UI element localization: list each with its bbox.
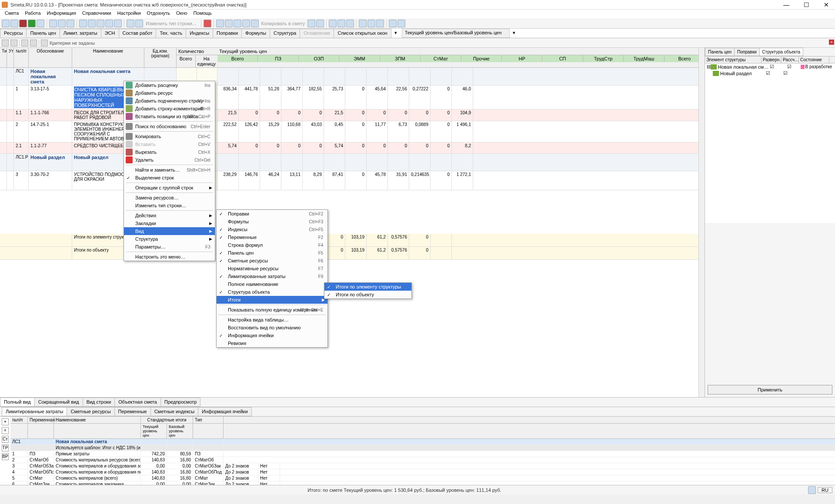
menu-item[interactable]: Поиск по обоснованиюCtrl+Enter [124, 123, 215, 130]
col-header-qty[interactable]: КоличествоВсегоНа единицу [177, 48, 217, 67]
toolbar-button[interactable] [105, 20, 113, 27]
toolbar-button[interactable] [376, 20, 384, 27]
tab-10[interactable]: Оглавление [300, 29, 334, 38]
totals-row[interactable]: 3СтМатОбЗакСтоимость материалов и оборуд… [10, 463, 835, 469]
toolbar-button[interactable] [359, 20, 367, 27]
table-row[interactable]: 33.30-70-2УСТРОЙСТВО ПОДМОСТЕЙ ДЛЯ ОКРАС… [0, 171, 705, 190]
toolbar-button[interactable] [389, 20, 397, 27]
tab-8[interactable]: Формулы [241, 29, 270, 38]
tree-col-header[interactable]: Состояние [799, 56, 829, 63]
bottom-tab[interactable]: Объектная смета [114, 398, 161, 407]
toolbar-button[interactable] [88, 20, 96, 27]
menu-item[interactable]: Добавить расценкуIns [124, 81, 215, 89]
tree-node[interactable]: Новый раздел☑☑ [705, 70, 835, 76]
menu-item[interactable]: ✓Выделение строк [124, 174, 215, 182]
filter-button[interactable] [10, 40, 17, 46]
col-header[interactable]: Ед.изм. (краткая) [144, 48, 177, 67]
menu-item[interactable]: ВырезатьCtrl+X [124, 148, 215, 156]
menu-item[interactable]: ✓Информация ячейки [217, 332, 327, 339]
lower-side-button[interactable]: + [2, 418, 9, 425]
menu-item[interactable]: Изменить тип строки… [124, 202, 215, 209]
toolbar-button[interactable] [19, 20, 27, 27]
toolbar-button[interactable] [242, 20, 250, 27]
lower-side-button[interactable]: Ст [2, 436, 9, 443]
bottom-tab[interactable]: Предпросмотр [160, 398, 201, 407]
tab-11[interactable]: Список открытых окон [334, 29, 391, 38]
panel-close-icon[interactable]: × [829, 40, 834, 45]
menu-item[interactable]: Настроить это меню… [124, 253, 215, 261]
tab-3[interactable]: ЭСН [101, 29, 119, 38]
tree-col-header[interactable]: Рассч… [782, 56, 799, 63]
toolbar-button[interactable] [225, 20, 233, 27]
lower-side-button[interactable]: × [2, 427, 9, 434]
right-tab[interactable]: Структура объекта [759, 48, 804, 56]
menu-Помощь[interactable]: Помощь [190, 10, 215, 18]
tab-5[interactable]: Тех. часть [156, 29, 186, 38]
table-row[interactable]: ЛС1Новая локальная сметаНовая локальная … [0, 68, 705, 86]
menu-item[interactable]: Параметры…F3 [124, 243, 215, 251]
menu-Смета[interactable]: Смета [2, 10, 22, 18]
menu-item[interactable]: Добавить ресурс [124, 89, 215, 97]
toolbar-button[interactable] [127, 20, 134, 27]
totals-row[interactable]: ЛС1Новая локальная смета [10, 439, 835, 445]
toolbar-button[interactable] [28, 20, 36, 27]
menu-item[interactable]: ФормулыCtrl+F3 [217, 218, 327, 225]
lower-tab[interactable]: Информация ячейки [198, 407, 251, 416]
filter-button[interactable] [30, 40, 37, 46]
bottom-tab[interactable]: Полный вид [0, 398, 35, 407]
toolbar-button[interactable] [49, 20, 57, 27]
table-row[interactable]: 2.11.1-2-77СРЕДСТВО ЧИСТЯЩЕЕ ЧИСТ-5,7400… [0, 143, 705, 154]
toolbar-button[interactable] [234, 20, 241, 27]
toolbar-button[interactable] [397, 20, 405, 27]
menu-Настройки[interactable]: Настройки [114, 10, 144, 18]
toolbar-button[interactable] [2, 20, 10, 27]
totals-row[interactable]: Используется шаблон: Итог с НДС 18% (изм… [10, 445, 835, 451]
menu-Отдохнуть[interactable]: Отдохнуть [144, 10, 174, 18]
menu-item[interactable]: Операции с группой строк▶ [124, 184, 215, 192]
tab-7[interactable]: Поправки [213, 29, 242, 38]
close-button[interactable]: ✕ [819, 1, 833, 8]
lower-side-button[interactable]: ТР [2, 444, 9, 451]
open-windows-dropdown[interactable]: ▾ [391, 29, 401, 38]
toolbar-button[interactable] [58, 20, 66, 27]
toolbar-button[interactable] [337, 20, 345, 27]
tab-4[interactable]: Состав работ [119, 29, 157, 38]
toolbar-button[interactable] [37, 20, 44, 27]
price-level-dropdown-icon[interactable]: ▾ [509, 29, 519, 38]
toolbar-button[interactable] [251, 20, 259, 27]
menu-item[interactable]: Действия▶ [124, 212, 215, 219]
filter-button[interactable] [41, 40, 48, 46]
menu-item[interactable]: Настройка вида таблицы… [217, 316, 327, 324]
menu-item[interactable]: ✓ПеременныеF2 [217, 233, 327, 241]
tree-col-header[interactable]: Разверн… [762, 56, 782, 63]
price-level-combo[interactable]: Текущий уровень цен/Базовый уровень цен [402, 29, 510, 38]
col-header-price[interactable]: Текущий уровень ценВсегоПЗОЗПЭММЗПМСтМат… [217, 48, 705, 67]
maximize-button[interactable]: ☐ [799, 1, 813, 8]
menu-item[interactable]: Вставить позиции из прайса …Shift+Ctrl+P [124, 113, 215, 120]
menu-item[interactable]: Строка формулF4 [217, 241, 327, 249]
totals-row[interactable]: 4СтМатОбПодСтоимость материалов и оборуд… [10, 469, 835, 475]
minimize-button[interactable]: — [779, 1, 793, 8]
menu-item[interactable]: Закладки▶ [124, 219, 215, 227]
menu-item[interactable]: Нормативные ресурсыF7 [217, 265, 327, 272]
totals-row[interactable]: 5СтМатСтоимость материалов (всего)140,83… [10, 475, 835, 481]
menu-item[interactable]: Структура▶ [124, 235, 215, 243]
menu-item[interactable]: ✓Итоги по элементу структуры [324, 283, 411, 291]
menu-item[interactable]: Добавить подчиненную строкуAlt+Ins [124, 97, 215, 105]
tab-1[interactable]: Панель цен [26, 29, 60, 38]
tree-node[interactable]: ⊟Новая локальная см…☑☑ В разработке [705, 63, 835, 70]
table-row[interactable]: 13.13-17-5ОЧИСТКА КВАРЦЕВЫМ ПЕСКОМ СПЛОШ… [0, 86, 705, 109]
menu-item[interactable]: ✓Панель ценF5 [217, 249, 327, 257]
right-tab[interactable]: Панель цен [705, 48, 735, 56]
tab-2[interactable]: Лимит. затраты [60, 29, 101, 38]
menu-item[interactable]: Полное наименование [217, 280, 327, 288]
tree-col-header[interactable]: Элемент структуры [705, 56, 762, 63]
menu-item[interactable]: ✓ПоправкиCtrl+F2 [217, 210, 327, 218]
toolbar-button[interactable] [346, 20, 354, 27]
lower-tab[interactable]: Сметные ресурсы [67, 407, 114, 416]
lower-side-button[interactable]: ВР [2, 453, 9, 460]
toolbar-button[interactable] [135, 20, 143, 27]
totals-row[interactable]: 2СтМатОбСтоимость материальных ресурсов … [10, 457, 835, 463]
toolbar-button[interactable] [316, 20, 324, 27]
language-indicator[interactable]: RU [818, 487, 832, 493]
